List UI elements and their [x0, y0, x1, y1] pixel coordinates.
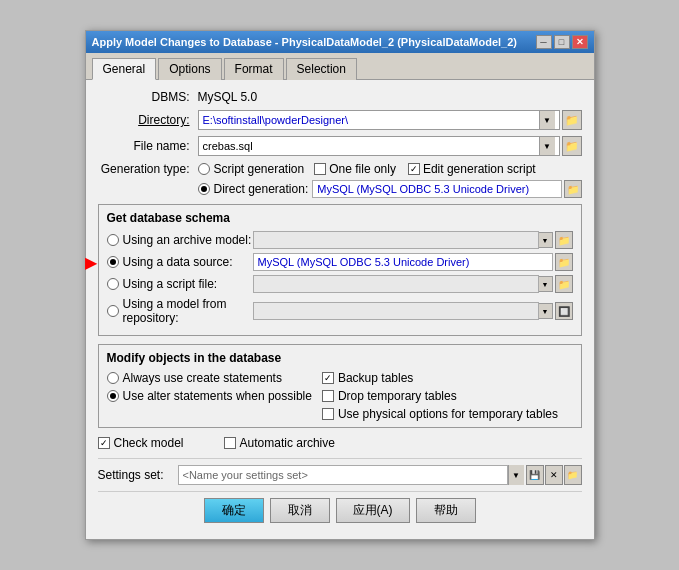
- help-button[interactable]: 帮助: [416, 498, 476, 523]
- alter-statements-radio[interactable]: [107, 390, 119, 402]
- backup-tables-row: Backup tables: [322, 371, 558, 385]
- settings-label: Settings set:: [98, 468, 178, 482]
- bottom-options-row: Check model Automatic archive: [98, 436, 582, 450]
- datasource-combo: MySQL (MySQL ODBC 5.3 Unicode Driver) 📁: [253, 253, 573, 271]
- tab-bar: General Options Format Selection: [86, 53, 594, 80]
- directory-label: Directory:: [98, 113, 198, 127]
- settings-folder-button[interactable]: 📁: [564, 465, 582, 485]
- dbms-row: DBMS: MySQL 5.0: [98, 90, 582, 104]
- archive-input[interactable]: [253, 231, 539, 249]
- settings-input[interactable]: <Name your settings set>: [178, 465, 508, 485]
- gentype-label: Generation type:: [98, 162, 198, 176]
- direct-gen-radio[interactable]: [198, 183, 210, 195]
- maximize-button[interactable]: □: [554, 35, 570, 49]
- script-gen-label: Script generation: [214, 162, 305, 176]
- tab-options[interactable]: Options: [158, 58, 221, 80]
- dbms-label: DBMS:: [98, 90, 198, 104]
- arrow-indicator: ▶: [85, 253, 97, 272]
- repository-folder-button[interactable]: 🔲: [555, 302, 573, 320]
- settings-combo: <Name your settings set> ▼ 💾 ✕ 📁: [178, 465, 582, 485]
- modify-columns: Always use create statements Use alter s…: [107, 371, 573, 421]
- directory-folder-button[interactable]: 📁: [562, 110, 582, 130]
- archive-radio[interactable]: [107, 234, 119, 246]
- backup-tables-label: Backup tables: [338, 371, 413, 385]
- apply-button[interactable]: 应用(A): [336, 498, 410, 523]
- close-button[interactable]: ✕: [572, 35, 588, 49]
- directory-input[interactable]: E:\softinstall\powderDesigner\ ▼: [198, 110, 560, 130]
- directory-value: E:\softinstall\powderDesigner\: [203, 114, 349, 126]
- dialog-buttons: 确定 取消 应用(A) 帮助: [98, 491, 582, 529]
- edit-script-item: Edit generation script: [408, 162, 536, 176]
- datasource-label: Using a data source:: [123, 255, 253, 269]
- script-options: One file only Edit generation script: [314, 162, 535, 176]
- always-create-radio[interactable]: [107, 372, 119, 384]
- filename-input[interactable]: crebas.sql ▼: [198, 136, 560, 156]
- one-file-checkbox[interactable]: [314, 163, 326, 175]
- directory-combo: E:\softinstall\powderDesigner\ ▼ 📁: [198, 110, 582, 130]
- auto-archive-item: Automatic archive: [224, 436, 335, 450]
- scriptfile-combo: ▼ 📁: [253, 275, 573, 293]
- repository-input[interactable]: [253, 302, 539, 320]
- schema-section-title: Get database schema: [107, 211, 573, 225]
- edit-script-checkbox[interactable]: [408, 163, 420, 175]
- scriptfile-label: Using a script file:: [123, 277, 253, 291]
- repository-radio[interactable]: [107, 305, 119, 317]
- alter-statements-row: Use alter statements when possible: [107, 389, 312, 403]
- window-controls: ─ □ ✕: [536, 35, 588, 49]
- datasource-radio[interactable]: [107, 256, 119, 268]
- always-create-label: Always use create statements: [123, 371, 282, 385]
- drop-temp-row: Drop temporary tables: [322, 389, 558, 403]
- direct-gen-combo[interactable]: MySQL (MySQL ODBC 5.3 Unicode Driver): [312, 180, 561, 198]
- check-model-checkbox[interactable]: [98, 437, 110, 449]
- archive-combo: ▼ 📁: [253, 231, 573, 249]
- settings-dropdown-arrow[interactable]: ▼: [508, 465, 524, 485]
- backup-tables-checkbox[interactable]: [322, 372, 334, 384]
- ok-button[interactable]: 确定: [204, 498, 264, 523]
- phys-options-checkbox[interactable]: [322, 408, 334, 420]
- repository-label: Using a model from repository:: [123, 297, 253, 325]
- datasource-folder-button[interactable]: 📁: [555, 253, 573, 271]
- directory-dropdown-arrow[interactable]: ▼: [539, 111, 555, 129]
- scriptfile-radio[interactable]: [107, 278, 119, 290]
- one-file-label: One file only: [329, 162, 396, 176]
- archive-dropdown-arrow[interactable]: ▼: [539, 232, 553, 248]
- modify-section-title: Modify objects in the database: [107, 351, 573, 365]
- minimize-button[interactable]: ─: [536, 35, 552, 49]
- scriptfile-dropdown-arrow[interactable]: ▼: [539, 276, 553, 292]
- filename-combo: crebas.sql ▼ 📁: [198, 136, 582, 156]
- auto-archive-checkbox[interactable]: [224, 437, 236, 449]
- schema-section: Get database schema Using an archive mod…: [98, 204, 582, 336]
- scriptfile-input[interactable]: [253, 275, 539, 293]
- settings-save-button[interactable]: 💾: [526, 465, 544, 485]
- datasource-row: ▶ Using a data source: MySQL (MySQL ODBC…: [107, 253, 573, 271]
- datasource-value: MySQL (MySQL ODBC 5.3 Unicode Driver): [258, 256, 470, 268]
- window-title: Apply Model Changes to Database - Physic…: [92, 36, 517, 48]
- title-bar: Apply Model Changes to Database - Physic…: [86, 31, 594, 53]
- settings-delete-button[interactable]: ✕: [545, 465, 563, 485]
- directory-row: Directory: E:\softinstall\powderDesigner…: [98, 110, 582, 130]
- repository-row: Using a model from repository: ▼ 🔲: [107, 297, 573, 325]
- cancel-button[interactable]: 取消: [270, 498, 330, 523]
- filename-folder-button[interactable]: 📁: [562, 136, 582, 156]
- filename-row: File name: crebas.sql ▼ 📁: [98, 136, 582, 156]
- script-gen-radio[interactable]: [198, 163, 210, 175]
- check-model-item: Check model: [98, 436, 184, 450]
- tab-selection[interactable]: Selection: [286, 58, 357, 80]
- direct-gen-folder-button[interactable]: 📁: [564, 180, 582, 198]
- tab-format[interactable]: Format: [224, 58, 284, 80]
- filename-dropdown-arrow[interactable]: ▼: [539, 137, 555, 155]
- modify-col-right: Backup tables Drop temporary tables Use …: [322, 371, 558, 421]
- scriptfile-folder-button[interactable]: 📁: [555, 275, 573, 293]
- content-area: DBMS: MySQL 5.0 Directory: E:\softinstal…: [86, 80, 594, 539]
- drop-temp-checkbox[interactable]: [322, 390, 334, 402]
- auto-archive-label: Automatic archive: [240, 436, 335, 450]
- tab-general[interactable]: General: [92, 58, 157, 80]
- dbms-value: MySQL 5.0: [198, 90, 258, 104]
- archive-folder-button[interactable]: 📁: [555, 231, 573, 249]
- repository-combo: ▼ 🔲: [253, 302, 573, 320]
- phys-options-row: Use physical options for temporary table…: [322, 407, 558, 421]
- gentype-row: Generation type: Script generation One f…: [98, 162, 582, 198]
- repository-dropdown-arrow[interactable]: ▼: [539, 303, 553, 319]
- datasource-input[interactable]: MySQL (MySQL ODBC 5.3 Unicode Driver): [253, 253, 553, 271]
- archive-row: Using an archive model: ▼ 📁: [107, 231, 573, 249]
